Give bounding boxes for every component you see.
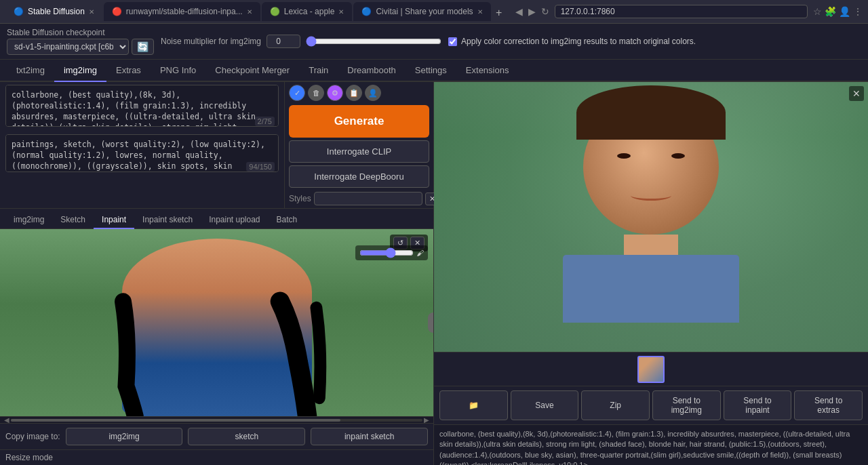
color-correction-checkbox[interactable]	[448, 37, 457, 46]
prompts-column: collarbone, (best quality),(8k, 3d),(pho…	[0, 82, 284, 208]
interrogate-deepbooru-button[interactable]: Interrogate DeepBooru	[289, 165, 429, 188]
noise-section: Noise multiplier for img2img	[161, 35, 441, 48]
resize-mode-label: Resize mode	[5, 453, 53, 462]
brush-size-icon: 🖌	[416, 249, 424, 257]
send-to-img2img-label: Send to img2img	[661, 396, 712, 415]
tab-close-3-icon[interactable]: ✕	[338, 8, 344, 16]
tab-checkpoint-merger[interactable]: Checkpoint Merger	[205, 60, 299, 82]
interrogate-clip-button[interactable]: Interrogate CLIP	[289, 140, 429, 163]
copy-to-inpaint-sketch-button[interactable]: inpaint sketch	[311, 428, 428, 445]
action-buttons-row: 📁 Save Zip Send to img2img Send to inpai…	[434, 386, 868, 424]
tab-close-icon[interactable]: ✕	[89, 8, 94, 16]
thumbnail-1[interactable]	[637, 356, 665, 383]
copy-to-section: Copy image to: img2img sketch inpaint sk…	[0, 423, 433, 449]
style-icon-2[interactable]: 🗑	[308, 85, 324, 101]
tab-label-3: Lexica - apple	[284, 7, 335, 16]
tab-label: Stable Diffusion	[28, 7, 85, 16]
image-tab-batch[interactable]: Batch	[269, 211, 306, 229]
right-image-panel: ✕ 📁 Save Zip Send to img2img	[434, 82, 868, 465]
send-to-extras-label: Send to extras	[803, 396, 854, 415]
profile-icon[interactable]: 👤	[839, 6, 850, 17]
tab-img2img[interactable]: img2img	[54, 60, 106, 82]
folder-icon: 📁	[469, 401, 479, 410]
noise-input[interactable]	[267, 35, 300, 48]
zip-button[interactable]: Zip	[581, 390, 650, 420]
styles-input[interactable]	[314, 192, 422, 205]
tab-extensions[interactable]: Extensions	[456, 60, 519, 82]
tab-label-4: Civitai | Share your models	[376, 7, 473, 16]
positive-prompt-input[interactable]: collarbone, (best quality),(8k, 3d),(pho…	[5, 85, 279, 127]
style-icon-5[interactable]: 👤	[365, 85, 381, 101]
image-tab-img2img[interactable]: img2img	[5, 211, 52, 229]
generate-button[interactable]: Generate	[289, 105, 429, 138]
color-correction-section: Apply color correction to img2img result…	[448, 37, 696, 46]
color-correction-label: Apply color correction to img2img result…	[461, 37, 696, 46]
refresh-button[interactable]: ↻	[541, 6, 549, 17]
new-tab-button[interactable]: +	[492, 5, 506, 21]
send-to-inpaint-button[interactable]: Send to inpaint	[724, 390, 792, 420]
address-bar[interactable]	[555, 5, 808, 18]
tab-settings[interactable]: Settings	[406, 60, 456, 82]
style-icon-4[interactable]: 📋	[346, 85, 362, 101]
copy-to-label: Copy image to:	[5, 432, 60, 441]
output-caption: collarbone, (best quality),(8k, 3d),(pho…	[434, 424, 868, 465]
noise-label: Noise multiplier for img2img	[161, 37, 261, 46]
send-to-extras-button[interactable]: Send to extras	[794, 390, 863, 420]
image-tab-inpaint-upload[interactable]: Inpaint upload	[201, 211, 268, 229]
brush-slider-container: 🖌	[355, 245, 428, 260]
tab-lexica[interactable]: 🟢 Lexica - apple ✕	[262, 2, 353, 21]
tab-label-2: runwayml/stable-diffusion-inpa...	[126, 7, 243, 16]
image-tab-sketch[interactable]: Sketch	[52, 211, 94, 229]
tab-civitai[interactable]: 🔵 Civitai | Share your models ✕	[353, 2, 490, 21]
checkpoint-select[interactable]: sd-v1-5-inpainting.ckpt [c6bbc15e32]	[7, 39, 129, 55]
scrollbar-thumb	[11, 419, 340, 422]
save-label: Save	[535, 401, 553, 410]
scrollbar-track[interactable]	[11, 419, 422, 422]
tab-bar: 🔵 Stable Diffusion ✕ 🔴 runwayml/stable-d…	[5, 2, 506, 21]
tab-png-info[interactable]: PNG Info	[151, 60, 205, 82]
noise-slider[interactable]	[306, 36, 441, 47]
negative-prompt-input[interactable]: paintings, sketch, (worst quality:2), (l…	[5, 134, 279, 172]
forward-button[interactable]: ▶	[528, 6, 536, 17]
tab-dreambooth[interactable]: Dreambooth	[338, 60, 406, 82]
copy-to-sketch-button[interactable]: sketch	[188, 428, 305, 445]
tab-runwayml[interactable]: 🔴 runwayml/stable-diffusion-inpa... ✕	[104, 2, 260, 21]
menu-icon[interactable]: ⋮	[853, 6, 863, 17]
output-caption-text: collarbone, (best quality),(8k, 3d),(pho…	[439, 430, 850, 465]
image-tab-inpaint[interactable]: Inpaint	[94, 211, 134, 229]
negative-prompt-counter: 94/150	[246, 162, 275, 171]
checkpoint-label: Stable Diffusion checkpoint	[7, 28, 154, 37]
thumbnail-strip	[434, 352, 868, 386]
output-close-button[interactable]: ✕	[849, 86, 864, 101]
tab-stable-diffusion[interactable]: 🔵 Stable Diffusion ✕	[5, 2, 102, 21]
extensions-icon[interactable]: 🧩	[825, 6, 836, 17]
positive-prompt-counter: 2/75	[255, 117, 275, 126]
copy-to-img2img-button[interactable]: img2img	[66, 428, 183, 445]
zip-label: Zip	[610, 401, 621, 410]
canvas-area[interactable]: ↺ ✕ 🖌	[0, 229, 433, 416]
panel-resize-handle[interactable]	[428, 312, 433, 333]
browser-chrome: 🔵 Stable Diffusion ✕ 🔴 runwayml/stable-d…	[0, 0, 868, 24]
image-tab-nav: img2img Sketch Inpaint Inpaint sketch In…	[0, 209, 433, 229]
back-button[interactable]: ◀	[515, 6, 523, 17]
tab-extras[interactable]: Extras	[106, 60, 151, 82]
style-icon-3[interactable]: ⚙	[327, 85, 343, 101]
refresh-checkpoint-button[interactable]: 🔄	[132, 39, 154, 55]
style-icon-1[interactable]: ✓	[289, 85, 305, 101]
bookmark-icon[interactable]: ☆	[813, 6, 822, 17]
output-image-container: ✕	[434, 82, 868, 352]
image-tab-inpaint-sketch[interactable]: Inpaint sketch	[134, 211, 201, 229]
tab-train[interactable]: Train	[299, 60, 338, 82]
send-to-inpaint-label: Send to inpaint	[732, 396, 783, 415]
tab-favicon-3: 🟢	[270, 7, 280, 16]
brush-size-slider[interactable]	[359, 247, 414, 258]
canvas-scrollbar: ◀ ▶	[0, 416, 433, 423]
send-to-img2img-button[interactable]: Send to img2img	[652, 390, 721, 420]
tab-close-2-icon[interactable]: ✕	[247, 8, 252, 16]
save-button[interactable]: Save	[511, 390, 579, 420]
tab-txt2img[interactable]: txt2img	[7, 60, 54, 82]
folder-button[interactable]: 📁	[439, 390, 508, 420]
top-bar: Stable Diffusion checkpoint sd-v1-5-inpa…	[0, 24, 868, 60]
tab-close-4-icon[interactable]: ✕	[477, 8, 483, 16]
tab-favicon-4: 🔵	[361, 7, 372, 16]
